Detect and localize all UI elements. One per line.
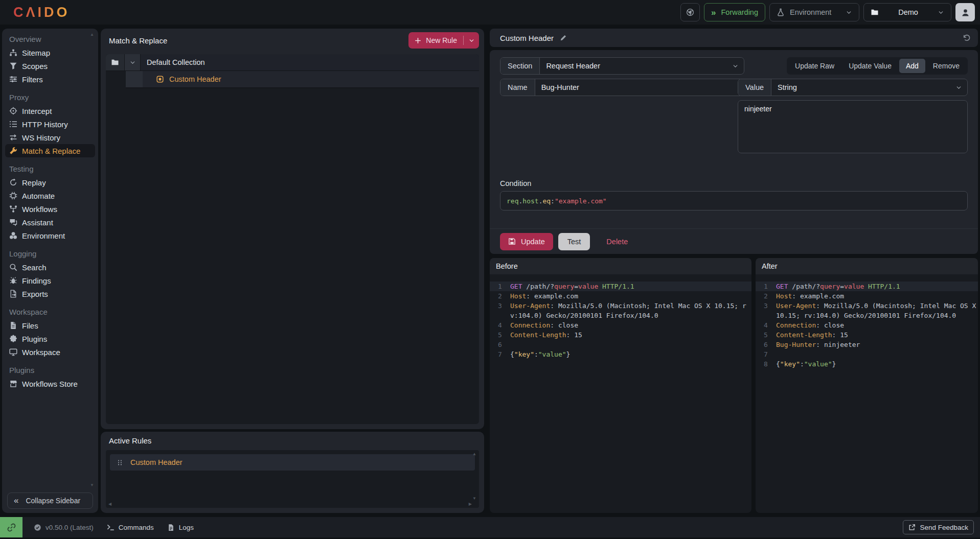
sidebar-item-match-replace[interactable]: Match & Replace	[5, 144, 95, 157]
sidebar-item-label: Automate	[22, 192, 55, 200]
scroll-down-indicator[interactable]	[90, 483, 94, 487]
line-number: 2	[756, 291, 776, 301]
sidebar-item-environment[interactable]: Environment	[2, 229, 98, 242]
delete-button[interactable]: Delete	[603, 237, 631, 246]
sidebar-item-ws-history[interactable]: WS History	[2, 131, 98, 144]
value-type-select[interactable]: Value String	[738, 79, 968, 96]
sidebar-item-assistant[interactable]: Assistant	[2, 216, 98, 229]
name-field[interactable]: Name Bug-Hunter	[500, 79, 744, 96]
before-code-editor[interactable]: 1GET /path/?query=value HTTP/1.12Host: e…	[490, 274, 751, 513]
drag-handle-icon[interactable]	[117, 459, 123, 466]
action-update-raw[interactable]: Update Raw	[788, 59, 841, 73]
sidebar-item-label: Intercept	[22, 107, 52, 115]
page-title: Match & Replace	[109, 36, 167, 45]
scroll-left-arrow[interactable]	[108, 502, 111, 506]
code-line: 7{"key":"value"}	[490, 349, 751, 359]
sidebar-item-intercept[interactable]: Intercept	[2, 104, 98, 118]
sidebar-item-search[interactable]: Search	[2, 261, 98, 274]
rule-title: Custom Header	[500, 34, 554, 42]
sitemap-icon	[9, 49, 17, 57]
sidebar-item-label: Scopes	[22, 62, 48, 71]
section-select[interactable]: Section Request Header	[500, 57, 744, 75]
line-number: 7	[756, 349, 776, 359]
match-replace-card: Match & Replace New Rule Default Collect…	[101, 29, 484, 429]
active-rule-row[interactable]: Custom Header	[110, 454, 475, 471]
sidebar-item-files[interactable]: Files	[2, 319, 98, 332]
file-text-icon	[167, 524, 175, 531]
sidebar-item-plugins[interactable]: Plugins	[2, 332, 98, 345]
collapse-sidebar-button[interactable]: Collapse Sidebar	[7, 493, 93, 509]
caido-app: CΛIDO » Forwarding Environment Demo	[0, 0, 980, 539]
send-feedback-button[interactable]: Send Feedback	[903, 520, 974, 534]
collection-expand-cell[interactable]	[125, 54, 141, 71]
sidebar-item-filters[interactable]: Filters	[2, 73, 98, 86]
save-icon	[508, 238, 516, 245]
value-textarea[interactable]: ninjeeter	[738, 100, 968, 153]
forwarding-label: Forwarding	[721, 8, 758, 16]
update-button[interactable]: Update	[500, 233, 553, 250]
link-icon	[7, 523, 16, 532]
topbar: CΛIDO » Forwarding Environment Demo	[0, 0, 980, 25]
line-number: 5	[756, 330, 776, 340]
edit-name-icon[interactable]	[560, 34, 567, 41]
line-number: 7	[490, 349, 510, 359]
browser-button[interactable]	[680, 3, 700, 21]
line-number: 8	[756, 359, 776, 369]
project-label: Demo	[884, 8, 932, 16]
sidebar-item-workflows[interactable]: Workflows	[2, 202, 98, 216]
new-rule-menu-toggle[interactable]	[464, 37, 479, 44]
scroll-right-arrow[interactable]	[469, 502, 472, 506]
sidebar-item-sitemap[interactable]: Sitemap	[2, 46, 98, 59]
collection-row[interactable]: Default Collection	[106, 54, 479, 71]
after-code-editor[interactable]: 1GET /path/?query=value HTTP/1.12Host: e…	[756, 274, 978, 513]
sidebar-item-label: Filters	[22, 75, 43, 84]
scroll-up-indicator[interactable]	[90, 33, 94, 37]
section-label: Section	[500, 58, 540, 74]
folder-icon	[871, 8, 879, 16]
sidebar-item-findings[interactable]: Findings	[2, 274, 98, 287]
forward-icon: »	[711, 8, 716, 17]
before-title: Before	[490, 258, 751, 274]
test-button[interactable]: Test	[558, 233, 590, 250]
double-chevron-left-icon	[14, 496, 18, 506]
sidebar-item-scopes[interactable]: Scopes	[2, 59, 98, 73]
sidebar-item-replay[interactable]: Replay	[2, 176, 98, 189]
forwarding-button[interactable]: » Forwarding	[704, 3, 765, 21]
chevron-down-icon	[938, 9, 944, 16]
commands-button[interactable]: Commands	[107, 524, 154, 531]
findings-icon	[9, 276, 17, 285]
sidebar-item-label: Plugins	[22, 335, 47, 343]
sidebar-item-workspace[interactable]: Workspace	[2, 345, 98, 359]
action-update-value[interactable]: Update Value	[842, 59, 898, 73]
rule-row[interactable]: Custom Header	[126, 71, 479, 88]
environment-dropdown[interactable]: Environment	[769, 3, 859, 21]
line-number: 1	[756, 282, 776, 291]
connection-status-button[interactable]	[0, 517, 22, 537]
action-add[interactable]: Add	[899, 59, 925, 73]
account-button[interactable]	[955, 3, 975, 21]
undo-icon[interactable]	[962, 34, 971, 42]
value-label: Value	[738, 79, 771, 96]
chevron-down-icon	[468, 37, 475, 44]
rule-grip-cell[interactable]	[126, 71, 143, 87]
code-line: 4Connection: close	[490, 320, 751, 330]
sidebar-item-workflows-store[interactable]: Workflows Store	[2, 377, 98, 390]
action-remove[interactable]: Remove	[926, 59, 966, 73]
new-rule-button[interactable]: New Rule	[408, 32, 479, 49]
scroll-down-arrow[interactable]	[472, 497, 476, 501]
logs-button[interactable]: Logs	[167, 524, 194, 531]
collection-folder-cell[interactable]	[106, 54, 125, 71]
sidebar-section-proxy: Proxy	[2, 91, 98, 104]
plus-icon	[415, 37, 421, 44]
sidebar-item-http-history[interactable]: HTTP History	[2, 118, 98, 131]
sidebar-item-label: Environment	[22, 231, 65, 240]
code-line: 2Host: example.com	[756, 291, 978, 301]
sidebar-item-exports[interactable]: Exports	[2, 287, 98, 300]
ws-history-icon	[9, 133, 17, 142]
scroll-up-arrow[interactable]	[472, 452, 476, 456]
code-line: 8{"key":"value"}	[756, 359, 978, 369]
condition-input[interactable]: req.host.eq:"example.com"	[500, 191, 968, 210]
project-dropdown[interactable]: Demo	[863, 3, 951, 21]
topbar-controls: » Forwarding Environment Demo	[680, 3, 975, 21]
sidebar-item-automate[interactable]: Automate	[2, 189, 98, 202]
